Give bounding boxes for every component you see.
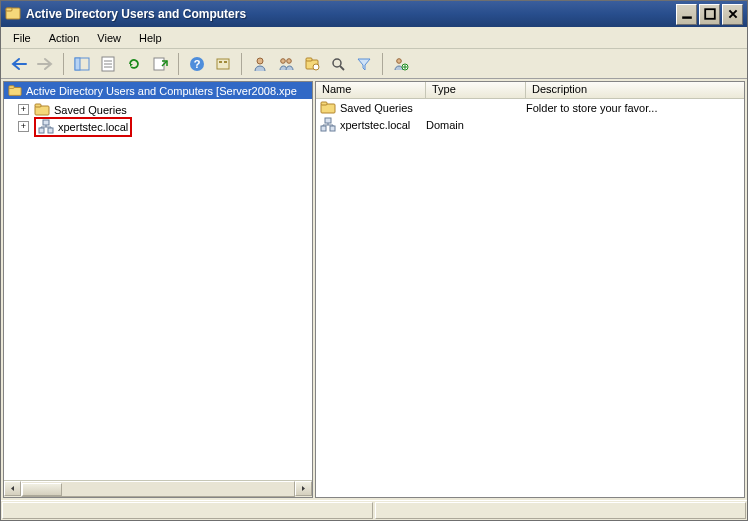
scroll-track[interactable] bbox=[21, 481, 295, 497]
nav-forward-button[interactable] bbox=[33, 52, 57, 76]
svg-rect-29 bbox=[35, 104, 41, 107]
refresh-button[interactable] bbox=[122, 52, 146, 76]
find-button[interactable] bbox=[326, 52, 350, 76]
svg-rect-32 bbox=[43, 120, 49, 125]
list-item[interactable]: xpertstec.local Domain bbox=[316, 116, 744, 133]
show-hide-tree-button[interactable] bbox=[70, 52, 94, 76]
cell-name: Saved Queries bbox=[340, 102, 413, 114]
list-body: Saved Queries Folder to store your favor… bbox=[316, 99, 744, 497]
menubar: File Action View Help bbox=[1, 27, 747, 49]
svg-rect-35 bbox=[321, 126, 326, 131]
close-button[interactable] bbox=[722, 4, 743, 25]
new-ou-button[interactable] bbox=[300, 52, 324, 76]
highlight-box: xpertstec.local bbox=[34, 117, 132, 137]
cell-description: Folder to store your favor... bbox=[526, 102, 742, 114]
folder-icon bbox=[320, 100, 336, 116]
svg-point-24 bbox=[397, 58, 402, 63]
new-group-button[interactable] bbox=[274, 52, 298, 76]
help-button[interactable]: ? bbox=[185, 52, 209, 76]
window-buttons bbox=[676, 4, 743, 25]
svg-rect-36 bbox=[330, 126, 335, 131]
tree-body: + Saved Queries + xpertstec.local bbox=[4, 99, 312, 480]
svg-rect-31 bbox=[48, 128, 53, 133]
svg-rect-13 bbox=[217, 59, 229, 69]
svg-rect-14 bbox=[219, 61, 222, 63]
filter-button[interactable] bbox=[352, 52, 376, 76]
domain-icon bbox=[320, 117, 336, 133]
nav-back-button[interactable] bbox=[7, 52, 31, 76]
svg-rect-37 bbox=[325, 118, 331, 123]
scroll-left-button[interactable] bbox=[4, 481, 21, 496]
list-pane: Name Type Description Saved Queries Fold… bbox=[315, 81, 745, 498]
folder-icon bbox=[34, 102, 50, 118]
column-header-name[interactable]: Name bbox=[316, 82, 426, 98]
tree-root-selected[interactable]: Active Directory Users and Computers [Se… bbox=[4, 82, 312, 99]
horizontal-scrollbar[interactable] bbox=[4, 480, 312, 497]
svg-point-21 bbox=[313, 64, 319, 70]
content-area: Active Directory Users and Computers [Se… bbox=[1, 79, 747, 500]
svg-rect-3 bbox=[705, 9, 715, 19]
column-header-description[interactable]: Description bbox=[526, 82, 744, 98]
status-cell bbox=[2, 502, 373, 519]
svg-point-16 bbox=[257, 58, 263, 64]
svg-point-18 bbox=[287, 58, 292, 63]
toolbar-separator bbox=[63, 53, 64, 75]
domain-icon bbox=[38, 119, 54, 135]
list-item[interactable]: Saved Queries Folder to store your favor… bbox=[316, 99, 744, 116]
titlebar: Active Directory Users and Computers bbox=[1, 1, 747, 27]
app-icon bbox=[5, 6, 21, 22]
tree-item-saved-queries[interactable]: + Saved Queries bbox=[4, 101, 312, 118]
menu-view[interactable]: View bbox=[89, 30, 129, 46]
menu-action[interactable]: Action bbox=[41, 30, 88, 46]
svg-point-17 bbox=[281, 58, 286, 63]
minimize-button[interactable] bbox=[676, 4, 697, 25]
menu-help[interactable]: Help bbox=[131, 30, 170, 46]
window-title: Active Directory Users and Computers bbox=[26, 7, 676, 21]
svg-point-22 bbox=[333, 59, 341, 67]
svg-line-23 bbox=[340, 66, 344, 70]
svg-rect-27 bbox=[9, 85, 14, 88]
svg-rect-2 bbox=[682, 16, 692, 18]
svg-rect-5 bbox=[75, 58, 80, 70]
export-button[interactable] bbox=[148, 52, 172, 76]
expand-icon[interactable]: + bbox=[18, 121, 29, 132]
properties-button[interactable] bbox=[96, 52, 120, 76]
svg-text:?: ? bbox=[194, 58, 201, 70]
expand-icon[interactable]: + bbox=[18, 104, 29, 115]
scroll-right-button[interactable] bbox=[295, 481, 312, 496]
svg-rect-15 bbox=[224, 61, 227, 63]
toolbar-separator bbox=[241, 53, 242, 75]
add-to-group-button[interactable] bbox=[389, 52, 413, 76]
app-window: Active Directory Users and Computers Fil… bbox=[0, 0, 748, 521]
svg-rect-34 bbox=[321, 102, 327, 105]
svg-rect-1 bbox=[6, 8, 12, 11]
tree-pane: Active Directory Users and Computers [Se… bbox=[3, 81, 313, 498]
status-cell bbox=[375, 502, 746, 519]
scroll-thumb[interactable] bbox=[22, 483, 62, 496]
column-header-type[interactable]: Type bbox=[426, 82, 526, 98]
toolbar: ? bbox=[1, 49, 747, 79]
new-user-button[interactable] bbox=[248, 52, 272, 76]
svg-rect-30 bbox=[39, 128, 44, 133]
tree-item-label: xpertstec.local bbox=[58, 121, 128, 133]
toolbar-separator bbox=[178, 53, 179, 75]
tree-root-label: Active Directory Users and Computers [Se… bbox=[26, 85, 297, 97]
list-header: Name Type Description bbox=[316, 82, 744, 99]
menu-file[interactable]: File bbox=[5, 30, 39, 46]
tree-item-label: Saved Queries bbox=[54, 104, 127, 116]
manage-button[interactable] bbox=[211, 52, 235, 76]
tree-item-domain[interactable]: + xpertstec.local bbox=[4, 118, 312, 135]
toolbar-separator bbox=[382, 53, 383, 75]
cell-name: xpertstec.local bbox=[340, 119, 410, 131]
cell-type: Domain bbox=[426, 119, 526, 131]
aduc-root-icon bbox=[8, 84, 22, 98]
svg-rect-10 bbox=[154, 58, 164, 70]
svg-rect-20 bbox=[306, 58, 312, 61]
maximize-button[interactable] bbox=[699, 4, 720, 25]
statusbar bbox=[1, 500, 747, 520]
